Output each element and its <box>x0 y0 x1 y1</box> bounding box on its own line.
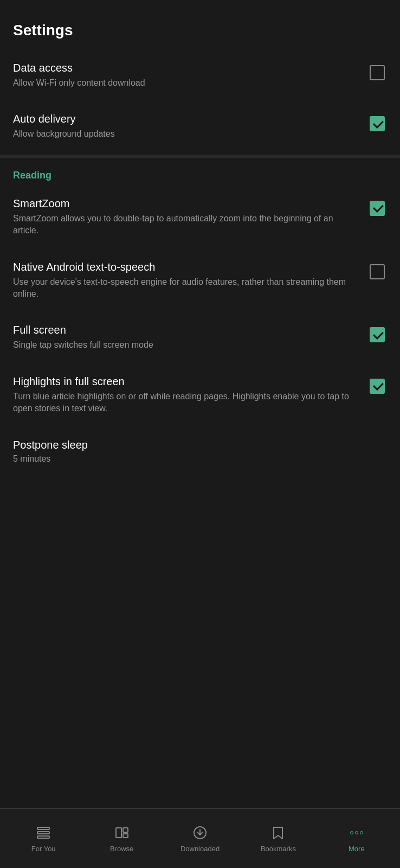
highlights-full-screen-title: Highlights in full screen <box>13 375 359 388</box>
svg-rect-4 <box>123 828 128 832</box>
data-access-checkbox-unchecked <box>370 65 385 80</box>
browse-icon <box>113 824 131 841</box>
full-screen-title: Full screen <box>13 324 359 336</box>
nav-item-downloaded[interactable]: Downloaded <box>161 809 239 868</box>
data-access-text: Data access Allow Wi-Fi only content dow… <box>13 62 359 89</box>
highlights-full-screen-desc: Turn blue article highlights on or off w… <box>13 391 359 415</box>
more-icon <box>348 824 365 841</box>
nav-label-downloaded: Downloaded <box>180 845 220 853</box>
postpone-sleep-title: Postpone sleep <box>13 439 387 451</box>
data-access-title: Data access <box>13 62 359 74</box>
native-tts-text: Native Android text-to-speech Use your d… <box>13 261 359 301</box>
native-tts-checkbox[interactable] <box>367 262 387 282</box>
full-screen-item[interactable]: Full screen Single tap switches full scr… <box>13 312 387 363</box>
highlights-full-screen-item[interactable]: Highlights in full screen Turn blue arti… <box>13 363 387 427</box>
highlights-full-screen-checkbox-checked <box>370 379 385 394</box>
native-tts-checkbox-unchecked <box>370 264 385 279</box>
smart-zoom-desc: SmartZoom allows you to double-tap to au… <box>13 213 359 237</box>
svg-rect-1 <box>37 832 49 834</box>
data-access-desc: Allow Wi-Fi only content download <box>13 77 359 89</box>
auto-delivery-checkbox-checked <box>370 116 385 131</box>
postpone-sleep-value: 5 minutes <box>13 454 387 464</box>
svg-point-9 <box>355 832 358 834</box>
nav-label-for-you: For You <box>31 845 56 853</box>
auto-delivery-title: Auto delivery <box>13 113 359 125</box>
nav-item-more[interactable]: More <box>318 809 396 868</box>
section-divider <box>0 155 400 158</box>
bookmark-icon <box>269 824 287 841</box>
nav-item-bookmarks[interactable]: Bookmarks <box>239 809 317 868</box>
smart-zoom-title: SmartZoom <box>13 197 359 210</box>
svg-rect-0 <box>37 827 49 829</box>
highlights-full-screen-text: Highlights in full screen Turn blue arti… <box>13 375 359 415</box>
native-tts-title: Native Android text-to-speech <box>13 261 359 273</box>
full-screen-checkbox-checked <box>370 327 385 342</box>
svg-point-8 <box>350 832 353 834</box>
nav-label-bookmarks: Bookmarks <box>261 845 296 853</box>
reading-section-label: Reading <box>0 160 400 186</box>
highlights-full-screen-checkbox[interactable] <box>367 376 387 396</box>
postpone-sleep-item[interactable]: Postpone sleep 5 minutes <box>0 427 400 476</box>
download-icon <box>191 824 209 841</box>
page-title: Settings <box>0 0 400 50</box>
data-access-item[interactable]: Data access Allow Wi-Fi only content dow… <box>13 50 387 101</box>
auto-delivery-checkbox[interactable] <box>367 114 387 133</box>
main-content: Settings Data access Allow Wi-Fi only co… <box>0 0 400 541</box>
nav-label-browse: Browse <box>110 845 133 853</box>
auto-delivery-desc: Allow background updates <box>13 128 359 140</box>
full-screen-text: Full screen Single tap switches full scr… <box>13 324 359 351</box>
smart-zoom-text: SmartZoom SmartZoom allows you to double… <box>13 197 359 237</box>
nav-item-browse[interactable]: Browse <box>82 809 160 868</box>
svg-rect-2 <box>37 836 49 838</box>
smart-zoom-checkbox[interactable] <box>367 199 387 218</box>
nav-item-for-you[interactable]: For You <box>4 809 82 868</box>
reading-section: SmartZoom SmartZoom allows you to double… <box>0 186 400 427</box>
nav-label-more: More <box>349 845 365 853</box>
svg-rect-5 <box>123 834 128 838</box>
list-icon <box>35 824 52 841</box>
auto-delivery-text: Auto delivery Allow background updates <box>13 113 359 140</box>
smart-zoom-checkbox-checked <box>370 201 385 216</box>
full-screen-desc: Single tap switches full screen mode <box>13 339 359 351</box>
full-screen-checkbox[interactable] <box>367 325 387 344</box>
data-access-checkbox[interactable] <box>367 63 387 82</box>
auto-delivery-item[interactable]: Auto delivery Allow background updates <box>13 101 387 152</box>
bottom-nav: For You Browse Downloaded Bookma <box>0 808 400 868</box>
svg-point-10 <box>360 832 363 834</box>
svg-rect-3 <box>116 828 121 838</box>
data-section: Data access Allow Wi-Fi only content dow… <box>0 50 400 152</box>
smart-zoom-item[interactable]: SmartZoom SmartZoom allows you to double… <box>13 186 387 249</box>
native-tts-desc: Use your device's text-to-speech engine … <box>13 276 359 301</box>
native-tts-item[interactable]: Native Android text-to-speech Use your d… <box>13 249 387 312</box>
